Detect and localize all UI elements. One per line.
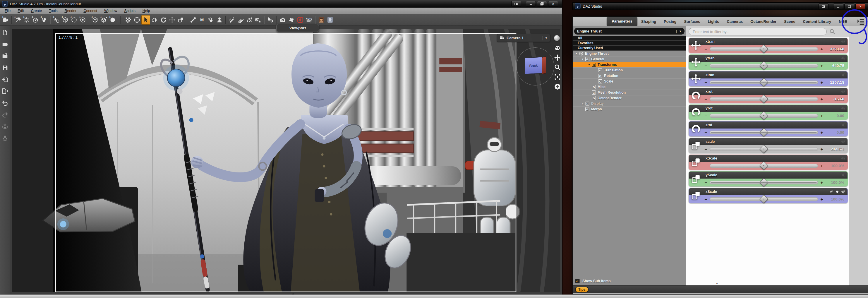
tree-item-mesh-resolution[interactable]: GMesh Resolution [573,90,686,95]
panel-options-menu-icon[interactable] [857,18,865,26]
collapse-icon[interactable]: ▼ [575,52,578,55]
menu-scripts[interactable]: Scripts [121,8,139,14]
spot-render-tool-icon[interactable] [254,15,262,25]
view-cube-side[interactable] [542,56,546,74]
tab-posing[interactable]: Posing [660,18,680,26]
gear-icon[interactable] [841,140,845,144]
new-linear-light-icon[interactable]: + [40,15,49,25]
expand-icon[interactable]: ▶ [581,102,584,105]
new-instance-icon[interactable]: + [99,15,108,25]
slider-value[interactable]: 0.00 [824,130,847,135]
save-file-icon[interactable] [1,64,9,71]
quick-filter-favorites[interactable]: Favorites [573,41,686,46]
close-button[interactable]: × [548,1,558,6]
menu-connect[interactable]: Connect [80,8,101,14]
filter-input[interactable] [689,28,827,35]
panel-layout-button[interactable] [818,3,829,9]
tab-lights[interactable]: Lights [704,18,723,26]
panel-titlebar[interactable]: DAZ Studio × [572,2,868,10]
tree-item-misc[interactable]: GMisc [573,84,686,90]
panel-maximize-button[interactable] [844,3,854,9]
gear-icon[interactable] [841,90,845,94]
slider-handle[interactable] [760,178,768,187]
gear-icon[interactable] [841,123,845,127]
slider-value[interactable]: 0.00 [824,114,847,118]
nudge-up-button[interactable]: + [819,63,824,68]
tab-surfaces[interactable]: Surfaces [680,18,704,26]
undo-icon[interactable] [1,99,9,107]
tab-shaping[interactable]: Shaping [638,18,660,26]
nudge-down-button[interactable]: − [704,63,708,68]
weight-map-tool-icon[interactable]: M [197,15,206,25]
tree-item-rotation[interactable]: GRotation [573,73,686,79]
gear-icon[interactable] [841,73,845,77]
collapse-icon[interactable]: ▼ [587,63,591,66]
main-titlebar[interactable]: DAZ Studio 4.7 Pro - IridianCouncellor.d… [0,0,562,8]
menu-file[interactable]: File [1,8,14,14]
nudge-down-button[interactable]: − [704,147,708,152]
menu-help[interactable]: Help [139,8,154,14]
tree-item-scale[interactable]: GScale [573,79,686,84]
menu-edit[interactable]: Edit [14,8,28,14]
aux-viewport-toggle-icon[interactable] [124,15,132,25]
quick-filter-currently-used[interactable]: Currently Used [573,46,686,51]
nudge-up-button[interactable]: + [819,47,824,52]
new-file-icon[interactable] [1,29,9,36]
joint-editor-tool-icon[interactable] [189,15,197,25]
autofit-icon[interactable]: AUTO [305,15,313,25]
nudge-up-button[interactable]: + [819,113,824,118]
figure-setup-tool-icon[interactable] [215,15,224,25]
slider-track[interactable] [710,181,818,184]
tab-nge[interactable]: NGE [835,18,851,26]
slider-value[interactable]: 100.0% [824,163,847,168]
slider-handle[interactable] [760,111,768,120]
nudge-down-button[interactable]: − [704,47,708,52]
viewport-3d-scene[interactable] [12,29,560,292]
slider-track[interactable] [710,81,818,84]
new-primitive-icon[interactable]: + [52,15,61,25]
new-null-icon[interactable]: + [70,15,79,25]
tab-cameras[interactable]: Cameras [723,18,747,26]
link-icon[interactable] [829,190,834,194]
octane-render-icon[interactable] [296,15,305,25]
nudge-up-button[interactable]: + [819,163,824,168]
new-center-point-icon[interactable]: + [79,15,87,25]
tree-item-display[interactable]: ▶GDisplay [573,101,686,106]
node-edit-tool-icon[interactable] [227,15,236,25]
show-sub-items-row[interactable]: ✓ Show Sub Items [573,277,686,286]
nudge-down-button[interactable]: − [704,163,708,168]
tab-parameters[interactable]: Parameters [607,17,638,26]
collapse-icon[interactable]: ▼ [581,58,584,61]
gear-icon[interactable] [841,56,845,60]
slider-handle[interactable] [760,161,768,170]
slider-value[interactable]: 100.0% [824,180,847,185]
geometry-brush-tool-icon[interactable] [236,15,245,25]
tree-item-translation[interactable]: GTranslation [573,67,686,73]
nudge-up-button[interactable]: + [819,80,824,85]
geometry-editor-tool-icon[interactable] [245,15,254,25]
group-dropdown[interactable]: Engine Thrust |▼ [574,28,684,34]
universal-scale-tool-icon[interactable] [177,15,185,25]
nudge-up-button[interactable]: + [819,130,824,135]
tool-settings-icon[interactable] [266,15,275,25]
nudge-down-button[interactable]: − [704,197,708,202]
slider-track[interactable] [710,64,818,68]
show-sub-items-checkbox[interactable]: ✓ [575,279,580,284]
quick-filter-all[interactable]: All [573,36,686,41]
universal-rotate-tool-icon[interactable] [159,15,168,25]
tree-item-transforms[interactable]: ▼GTransforms [573,62,686,67]
menu-window[interactable]: Window [101,8,121,14]
slider-track[interactable] [710,97,818,101]
slider-track[interactable] [710,147,818,151]
tab-content-library[interactable]: Content Library [799,18,835,26]
slider-handle[interactable] [760,195,768,204]
gear-icon[interactable] [841,173,845,177]
nudge-up-button[interactable]: + [819,197,824,202]
menu-render[interactable]: Render [61,8,80,14]
preset-thumbnail-1-icon[interactable] [317,15,326,25]
minimize-button[interactable] [526,1,536,6]
import-file-icon[interactable] [1,76,9,83]
pane-scroll-margin[interactable] [849,26,868,286]
new-geometry-icon[interactable]: + [61,15,70,25]
new-group-icon[interactable]: + [91,15,99,25]
